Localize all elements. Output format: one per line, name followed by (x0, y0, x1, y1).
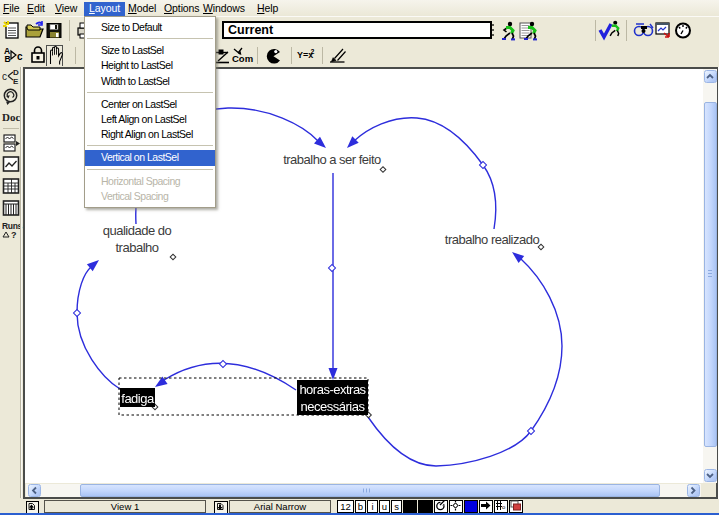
svg-text:o: o (502, 504, 506, 510)
svg-text:D: D (13, 68, 19, 77)
svg-text:?: ? (11, 230, 17, 240)
svg-text:B: B (5, 54, 11, 64)
svg-text:c: c (17, 51, 23, 62)
svg-text:Doc: Doc (2, 111, 20, 123)
svg-text:E: E (13, 77, 19, 86)
svg-text:Com: Com (232, 53, 253, 64)
svg-text:c: c (2, 71, 7, 82)
svg-text:2: 2 (311, 48, 315, 55)
